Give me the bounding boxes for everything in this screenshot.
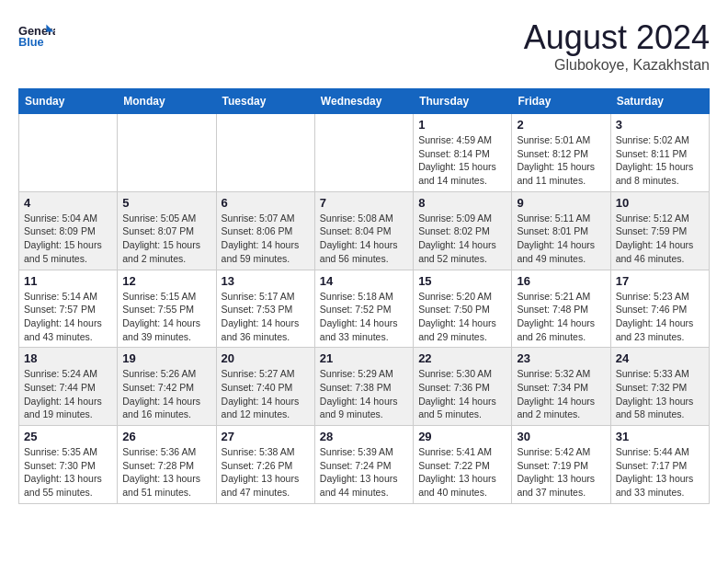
table-cell (314, 114, 413, 192)
day-number: 17 (616, 274, 704, 288)
day-info: Sunrise: 5:44 AMSunset: 7:17 PMDaylight:… (616, 445, 704, 500)
table-cell: 1Sunrise: 4:59 AMSunset: 8:14 PMDaylight… (414, 114, 512, 192)
day-number: 18 (24, 351, 112, 365)
table-cell: 28Sunrise: 5:39 AMSunset: 7:24 PMDayligh… (314, 426, 413, 504)
day-number: 23 (517, 351, 605, 365)
day-info: Sunrise: 5:01 AMSunset: 8:12 PMDaylight:… (517, 133, 605, 188)
day-number: 22 (418, 351, 506, 365)
day-info: Sunrise: 5:15 AMSunset: 7:55 PMDaylight:… (122, 290, 210, 344)
table-cell: 9Sunrise: 5:11 AMSunset: 8:01 PMDaylight… (512, 191, 610, 270)
day-info: Sunrise: 5:17 AMSunset: 7:53 PMDaylight:… (222, 290, 310, 344)
table-cell: 17Sunrise: 5:23 AMSunset: 7:46 PMDayligh… (610, 270, 709, 348)
day-number: 7 (320, 196, 408, 210)
table-cell: 27Sunrise: 5:38 AMSunset: 7:26 PMDayligh… (216, 426, 314, 504)
day-number: 6 (222, 196, 310, 210)
day-info: Sunrise: 5:38 AMSunset: 7:26 PMDaylight:… (222, 445, 310, 500)
day-number: 10 (616, 196, 704, 210)
table-cell: 23Sunrise: 5:32 AMSunset: 7:34 PMDayligh… (512, 348, 610, 426)
day-number: 4 (24, 196, 112, 210)
day-number: 26 (122, 430, 210, 443)
day-number: 13 (222, 274, 310, 288)
day-info: Sunrise: 5:29 AMSunset: 7:38 PMDaylight:… (320, 367, 408, 421)
logo: General Blue (18, 18, 55, 55)
day-number: 12 (122, 274, 210, 288)
day-info: Sunrise: 5:32 AMSunset: 7:34 PMDaylight:… (517, 367, 605, 421)
table-cell: 18Sunrise: 5:24 AMSunset: 7:44 PMDayligh… (19, 348, 118, 426)
table-cell (216, 114, 314, 192)
table-cell: 26Sunrise: 5:36 AMSunset: 7:28 PMDayligh… (118, 426, 216, 504)
week-row-3: 11Sunrise: 5:14 AMSunset: 7:57 PMDayligh… (19, 270, 710, 348)
day-info: Sunrise: 5:08 AMSunset: 8:04 PMDaylight:… (320, 212, 408, 266)
day-number: 11 (24, 274, 112, 288)
day-number: 28 (320, 430, 408, 443)
day-info: Sunrise: 5:09 AMSunset: 8:02 PMDaylight:… (418, 212, 506, 266)
logo-icon: General Blue (18, 18, 55, 55)
day-info: Sunrise: 5:23 AMSunset: 7:46 PMDaylight:… (616, 290, 704, 344)
svg-text:Blue: Blue (18, 35, 44, 49)
day-info: Sunrise: 5:41 AMSunset: 7:22 PMDaylight:… (418, 445, 506, 500)
day-number: 30 (517, 430, 605, 443)
day-info: Sunrise: 5:33 AMSunset: 7:32 PMDaylight:… (616, 367, 704, 421)
day-info: Sunrise: 5:04 AMSunset: 8:09 PMDaylight:… (24, 212, 112, 266)
location: Glubokoye, Kazakhstan (524, 57, 710, 74)
week-row-5: 25Sunrise: 5:35 AMSunset: 7:30 PMDayligh… (19, 426, 710, 504)
header-monday: Monday (118, 89, 216, 114)
weekday-header-row: Sunday Monday Tuesday Wednesday Thursday… (19, 89, 710, 114)
day-number: 29 (418, 430, 506, 443)
day-info: Sunrise: 5:30 AMSunset: 7:36 PMDaylight:… (418, 367, 506, 421)
day-info: Sunrise: 5:35 AMSunset: 7:30 PMDaylight:… (24, 445, 112, 500)
table-cell: 31Sunrise: 5:44 AMSunset: 7:17 PMDayligh… (610, 426, 709, 504)
day-info: Sunrise: 5:12 AMSunset: 7:59 PMDaylight:… (616, 212, 704, 266)
header-friday: Friday (512, 89, 610, 114)
title-block: August 2024 Glubokoye, Kazakhstan (524, 18, 710, 74)
table-cell: 5Sunrise: 5:05 AMSunset: 8:07 PMDaylight… (118, 191, 216, 270)
table-cell: 21Sunrise: 5:29 AMSunset: 7:38 PMDayligh… (314, 348, 413, 426)
day-info: Sunrise: 5:20 AMSunset: 7:50 PMDaylight:… (418, 290, 506, 344)
week-row-4: 18Sunrise: 5:24 AMSunset: 7:44 PMDayligh… (19, 348, 710, 426)
table-cell: 25Sunrise: 5:35 AMSunset: 7:30 PMDayligh… (19, 426, 118, 504)
day-number: 19 (122, 351, 210, 365)
table-cell: 6Sunrise: 5:07 AMSunset: 8:06 PMDaylight… (216, 191, 314, 270)
calendar-table: Sunday Monday Tuesday Wednesday Thursday… (18, 88, 710, 504)
header-wednesday: Wednesday (314, 89, 413, 114)
table-cell: 30Sunrise: 5:42 AMSunset: 7:19 PMDayligh… (512, 426, 610, 504)
table-cell: 8Sunrise: 5:09 AMSunset: 8:02 PMDaylight… (414, 191, 512, 270)
day-info: Sunrise: 5:42 AMSunset: 7:19 PMDaylight:… (517, 445, 605, 500)
table-cell: 20Sunrise: 5:27 AMSunset: 7:40 PMDayligh… (216, 348, 314, 426)
table-cell: 2Sunrise: 5:01 AMSunset: 8:12 PMDaylight… (512, 114, 610, 192)
day-number: 14 (320, 274, 408, 288)
table-cell: 4Sunrise: 5:04 AMSunset: 8:09 PMDaylight… (19, 191, 118, 270)
table-cell: 22Sunrise: 5:30 AMSunset: 7:36 PMDayligh… (414, 348, 512, 426)
day-number: 24 (616, 351, 704, 365)
day-number: 5 (122, 196, 210, 210)
day-number: 20 (222, 351, 310, 365)
day-number: 8 (418, 196, 506, 210)
table-cell: 12Sunrise: 5:15 AMSunset: 7:55 PMDayligh… (118, 270, 216, 348)
table-cell: 7Sunrise: 5:08 AMSunset: 8:04 PMDaylight… (314, 191, 413, 270)
table-cell: 11Sunrise: 5:14 AMSunset: 7:57 PMDayligh… (19, 270, 118, 348)
day-info: Sunrise: 5:02 AMSunset: 8:11 PMDaylight:… (616, 133, 704, 188)
header-saturday: Saturday (610, 89, 709, 114)
day-info: Sunrise: 5:27 AMSunset: 7:40 PMDaylight:… (222, 367, 310, 421)
day-info: Sunrise: 5:14 AMSunset: 7:57 PMDaylight:… (24, 290, 112, 344)
table-cell: 10Sunrise: 5:12 AMSunset: 7:59 PMDayligh… (610, 191, 709, 270)
page-header: General Blue August 2024 Glubokoye, Kaza… (18, 18, 710, 74)
day-number: 3 (616, 118, 704, 132)
table-cell (118, 114, 216, 192)
week-row-2: 4Sunrise: 5:04 AMSunset: 8:09 PMDaylight… (19, 191, 710, 270)
day-number: 31 (616, 430, 704, 443)
day-number: 21 (320, 351, 408, 365)
day-info: Sunrise: 5:26 AMSunset: 7:42 PMDaylight:… (122, 367, 210, 421)
day-number: 16 (517, 274, 605, 288)
day-info: Sunrise: 5:18 AMSunset: 7:52 PMDaylight:… (320, 290, 408, 344)
day-info: Sunrise: 5:36 AMSunset: 7:28 PMDaylight:… (122, 445, 210, 500)
day-number: 15 (418, 274, 506, 288)
day-info: Sunrise: 5:07 AMSunset: 8:06 PMDaylight:… (222, 212, 310, 266)
header-thursday: Thursday (414, 89, 512, 114)
day-info: Sunrise: 5:24 AMSunset: 7:44 PMDaylight:… (24, 367, 112, 421)
table-cell: 16Sunrise: 5:21 AMSunset: 7:48 PMDayligh… (512, 270, 610, 348)
table-cell: 13Sunrise: 5:17 AMSunset: 7:53 PMDayligh… (216, 270, 314, 348)
table-cell: 14Sunrise: 5:18 AMSunset: 7:52 PMDayligh… (314, 270, 413, 348)
table-cell: 24Sunrise: 5:33 AMSunset: 7:32 PMDayligh… (610, 348, 709, 426)
day-info: Sunrise: 5:11 AMSunset: 8:01 PMDaylight:… (517, 212, 605, 266)
